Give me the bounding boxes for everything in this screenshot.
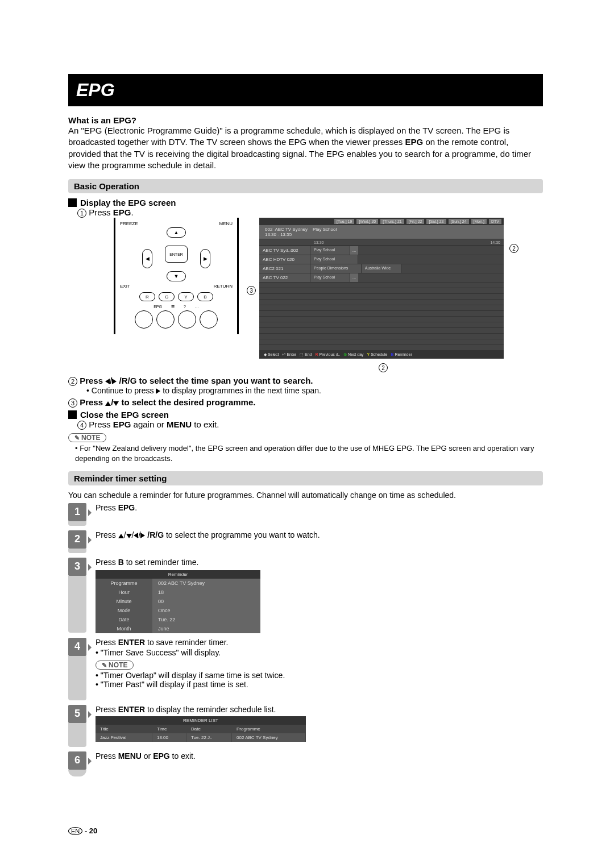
rstep3: Press B to set reminder time. Reminder P… [96, 558, 543, 633]
arrow-down-icon: ▼ [167, 271, 186, 281]
epg-screenshot: [Tue.] 19 [Wed.] 20 [Thurs.] 21 [Fri.] 2… [259, 218, 504, 359]
step-bubble: 3 [68, 558, 86, 576]
yellow-button: Y [178, 292, 194, 301]
callout-2: 2 [509, 244, 518, 253]
menu-label: MENU [219, 221, 233, 226]
arrow-up-icon: ▲ [167, 227, 186, 238]
rstep4: Press ENTER to save reminder timer. • "T… [96, 638, 543, 700]
epg-footer: ◆ Select ⏎ Enter ⬚ End R Previous d.. G … [259, 351, 504, 359]
close-epg: Close the EPG screen [68, 410, 543, 420]
round-button [200, 310, 218, 329]
basic-operation-head: Basic Operation [68, 179, 543, 193]
step-bubble: 5 [68, 705, 86, 723]
remote-control: FREEZEMENU ▲ ◀ ENTER ▶ ▼ EXITRETURN R G … [114, 218, 239, 334]
intro: What is an EPG? An "EPG (Electronic Prog… [68, 115, 543, 171]
round-button [178, 310, 196, 329]
callout-3: 3 [247, 286, 256, 295]
exit-label: EXIT [120, 284, 130, 289]
note-text: • For "New Zealand delivery model", the … [68, 443, 543, 463]
epg-row: ABC TV 022Play School... [259, 273, 504, 283]
step2-sub: • Continue to press to display programme… [86, 386, 543, 395]
green-button: G [159, 292, 175, 301]
rstep5: Press ENTER to display the reminder sche… [96, 705, 543, 747]
step-bubble: 2 [68, 530, 86, 549]
step-bubble: 6 [68, 751, 86, 770]
display-epg: Display the EPG screen [68, 198, 543, 207]
rstep6: Press MENU or EPG to exit. [96, 751, 543, 776]
page-number: EN - 20 [68, 827, 97, 835]
reminder-head: Reminder timer setting [68, 471, 543, 485]
intro-body: An "EPG (Electronic Programme Guide)" is… [68, 125, 543, 171]
step4: 4 Press EPG again or MENU to exit. [77, 420, 543, 430]
reminder-list-table: REMINDER LIST Title Time Date Programme … [96, 716, 306, 742]
freeze-label: FREEZE [120, 221, 138, 226]
reminder-table: Reminder Programme002 ABC TV Sydney Hour… [96, 570, 260, 633]
epg-label: EPG [154, 305, 162, 309]
rstep2: Press /// /R/G to select the programme y… [96, 530, 543, 553]
epg-row: ABC TV Syd..002Play School... [259, 246, 504, 255]
red-button: R [139, 292, 155, 301]
step3: 3 Press / to select the desired programm… [68, 397, 543, 408]
note-label: NOTE [68, 433, 106, 442]
epg-button [135, 310, 153, 329]
callout-2b: 2 [379, 363, 388, 372]
step2: 2 Press / /R/G to select the time span y… [68, 376, 543, 386]
intro-question: What is an EPG? [68, 115, 543, 125]
reminder-intro: You can schedule a reminder for future p… [68, 490, 543, 501]
step1: 1 Press EPG. [77, 207, 543, 218]
enter-button: ENTER [165, 246, 188, 263]
step-bubble: 4 [68, 638, 86, 656]
page-title: EPG [68, 74, 543, 106]
epg-row: ABC HDTV 020Play School [259, 255, 504, 264]
step-bubble: 1 [68, 503, 86, 521]
round-button [156, 310, 175, 329]
arrow-right-icon: ▶ [200, 249, 210, 268]
epg-row: ABC2 021People DimensionsAustralia Wide [259, 264, 504, 273]
note-label: NOTE [96, 661, 134, 670]
epg-info: 002 ABC TV Sydney Play School 13:30 - 13… [259, 225, 504, 239]
arrow-left-icon: ◀ [142, 249, 152, 268]
return-label: RETURN [214, 284, 233, 289]
blue-button: B [197, 292, 213, 301]
epg-days: [Tue.] 19 [Wed.] 20 [Thurs.] 21 [Fri.] 2… [259, 218, 504, 225]
rstep1: Press EPG. [96, 503, 543, 526]
